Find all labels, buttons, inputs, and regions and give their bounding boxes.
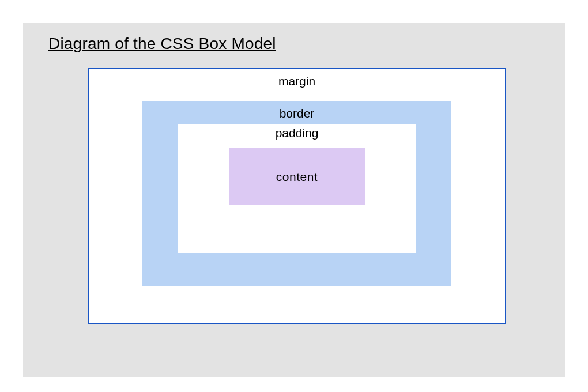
box-model-border: border padding content <box>142 101 451 286</box>
margin-label: margin <box>89 69 505 88</box>
box-model-margin: margin border padding content <box>88 68 506 324</box>
box-model-content: content <box>229 148 365 205</box>
diagram-canvas: Diagram of the CSS Box Model margin bord… <box>23 23 565 377</box>
box-model-padding: padding content <box>178 124 416 253</box>
border-label: border <box>142 101 451 120</box>
content-label: content <box>276 170 318 184</box>
padding-label: padding <box>178 124 416 140</box>
diagram-title: Diagram of the CSS Box Model <box>48 35 276 53</box>
